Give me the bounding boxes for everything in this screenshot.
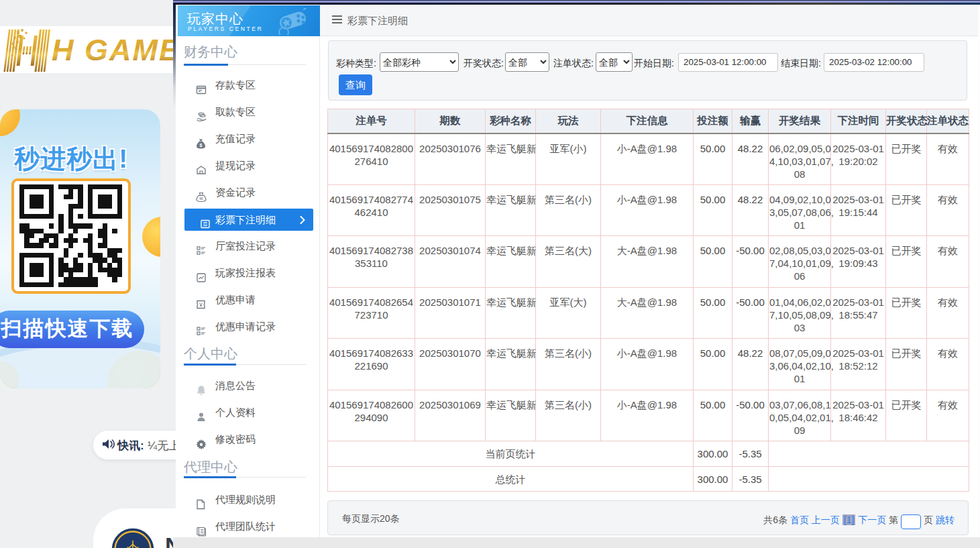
svg-text:$: $ [200,143,203,148]
svg-text:H GAME: H GAME [52,33,180,67]
